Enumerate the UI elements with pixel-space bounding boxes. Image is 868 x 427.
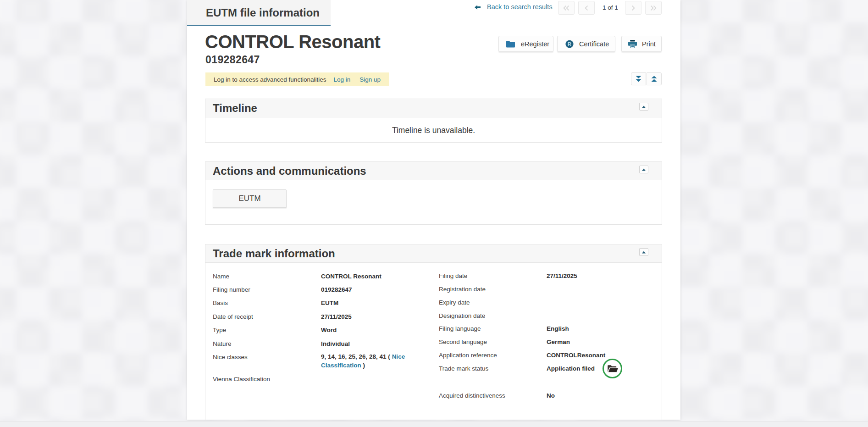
svg-text:R: R [568,41,572,47]
